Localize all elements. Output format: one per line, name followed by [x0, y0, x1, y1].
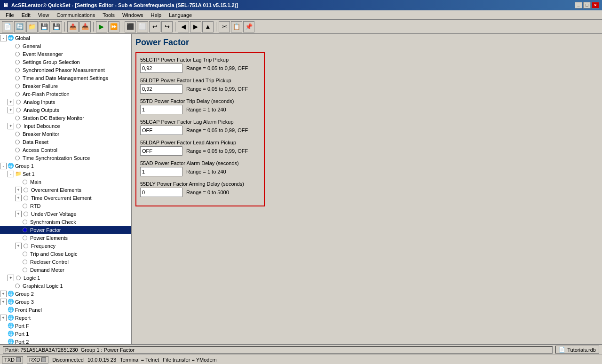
tree-item-graphical-logic1[interactable]: Graphical Logic 1 — [0, 282, 131, 290]
expand-set1[interactable]: - — [8, 171, 14, 177]
expand-frequency[interactable]: + — [15, 243, 22, 249]
page-title: Power Factor — [135, 38, 598, 47]
toolbar-export[interactable]: 📤 — [67, 21, 79, 32]
expand-report[interactable]: + — [0, 315, 7, 321]
expand-group1[interactable]: - — [0, 163, 7, 169]
tree-item-time-overcurrent[interactable]: + Time Overcurrent Element — [0, 194, 131, 202]
toolbar-green2[interactable]: ⏩ — [108, 21, 119, 32]
tree-item-settings-group[interactable]: Settings Group Selection — [0, 58, 131, 66]
tree-item-recloser-control[interactable]: Recloser Control — [0, 258, 131, 266]
tree-item-power-factor[interactable]: Power Factor — [0, 226, 131, 234]
tree-item-power-elements[interactable]: Power Elements — [0, 234, 131, 242]
tree-label-time-date: Time and Date Management Settings — [23, 75, 108, 81]
tree-item-analog-outputs[interactable]: + Analog Outputs — [0, 106, 131, 114]
circle-icon-analog-inputs — [15, 99, 22, 105]
menu-view[interactable]: View — [34, 11, 53, 19]
toolbar-undo[interactable]: ↩ — [149, 21, 160, 32]
close-button[interactable]: × — [592, 2, 599, 8]
tree-item-global[interactable]: - 🌐 Global — [0, 34, 131, 42]
tree-item-event-messenger[interactable]: Event Messenger — [0, 50, 131, 58]
setting-input-55td[interactable] — [140, 105, 182, 114]
expand-overcurrent[interactable]: + — [15, 187, 22, 193]
setting-input-55lgtp[interactable] — [140, 63, 182, 73]
tree-item-trip-close-logic[interactable]: Trip and Close Logic — [0, 250, 131, 258]
toolbar-copy[interactable]: 📋 — [231, 21, 242, 32]
expand-logic1[interactable]: + — [8, 275, 14, 281]
setting-input-55ldtp[interactable] — [140, 84, 182, 94]
expand-under-over-voltage[interactable]: + — [15, 211, 22, 217]
tree-item-rtd[interactable]: RTD — [0, 202, 131, 210]
setting-range-55ad: Range = 1 to 240 — [186, 169, 226, 174]
tree-panel[interactable]: - 🌐 Global General Event Messenger Setti… — [0, 34, 132, 344]
menu-communications[interactable]: Communications — [53, 11, 99, 19]
toolbar-save[interactable]: 💾 — [39, 21, 50, 32]
toolbar-black1[interactable]: ⬛ — [125, 21, 136, 32]
tree-item-frequency[interactable]: + Frequency — [0, 242, 131, 250]
expand-time-overcurrent[interactable]: + — [15, 195, 22, 201]
tree-item-data-reset[interactable]: Data Reset — [0, 138, 131, 146]
toolbar-new[interactable]: 📄 — [2, 21, 13, 32]
tree-item-breaker-monitor[interactable]: Breaker Monitor — [0, 130, 131, 138]
toolbar-black2[interactable]: ⬜ — [137, 21, 148, 32]
tree-item-report[interactable]: + 🌐 Report — [0, 314, 131, 322]
setting-input-55lgap[interactable] — [140, 126, 182, 135]
tree-item-group1[interactable]: - 🌐 Group 1 — [0, 162, 131, 170]
menu-tools[interactable]: Tools — [99, 11, 119, 19]
tree-item-front-panel[interactable]: + 🌐 Front Panel — [0, 306, 131, 314]
toolbar-paste[interactable]: 📌 — [243, 21, 254, 32]
expand-analog-inputs[interactable]: + — [8, 99, 14, 105]
tree-item-under-over-voltage[interactable]: + Under/Over Voltage — [0, 210, 131, 218]
tree-label-access-control: Access Control — [23, 147, 57, 153]
toolbar-up[interactable]: ▲ — [202, 21, 214, 32]
disconnected-text: Disconnected — [52, 357, 84, 363]
setting-input-55dly[interactable] — [140, 188, 182, 197]
toolbar-save2[interactable]: 💾 — [51, 21, 62, 32]
tree-item-arc-flash[interactable]: Arc-Flash Protection — [0, 90, 131, 98]
toolbar-redo[interactable]: ↪ — [161, 21, 173, 32]
tree-item-set1[interactable]: - 📁 Set 1 — [0, 170, 131, 178]
toolbar-refresh[interactable]: 🔄 — [14, 21, 25, 32]
toolbar-arrow-right[interactable]: ▶ — [190, 21, 201, 32]
expand-group3[interactable]: + — [0, 299, 7, 305]
globe-icon-global: 🌐 — [8, 35, 14, 41]
tree-item-access-control[interactable]: Access Control — [0, 146, 131, 154]
tree-item-time-date[interactable]: Time and Date Management Settings — [0, 74, 131, 82]
tree-item-phasor[interactable]: Synchronized Phasor Measurement — [0, 66, 131, 74]
menu-edit[interactable]: Edit — [18, 11, 34, 19]
toolbar-arrow-left[interactable]: ◀ — [178, 21, 189, 32]
setting-label-55lgap: 55LGAP Power Factor Lag Alarm Pickup — [140, 119, 260, 125]
tree-item-synchronism-check[interactable]: Synchronism Check — [0, 218, 131, 226]
tree-item-main[interactable]: Main — [0, 178, 131, 186]
tree-item-breaker-failure[interactable]: Breaker Failure — [0, 82, 131, 90]
tree-item-group3[interactable]: + 🌐 Group 3 — [0, 298, 131, 306]
expand-analog-outputs[interactable]: + — [8, 107, 14, 113]
tree-item-general[interactable]: General — [0, 42, 131, 50]
toolbar-open[interactable]: 📁 — [26, 21, 38, 32]
toolbar-import[interactable]: 📥 — [79, 21, 91, 32]
menu-windows[interactable]: Windows — [119, 11, 147, 19]
setting-input-55ad[interactable] — [140, 167, 182, 176]
tree-item-port-f[interactable]: + 🌐 Port F — [0, 322, 131, 330]
tree-item-time-sync[interactable]: Time Synchronization Source — [0, 154, 131, 162]
tree-item-logic1[interactable]: + Logic 1 — [0, 274, 131, 282]
expand-global[interactable]: - — [0, 35, 7, 41]
tree-item-port-1[interactable]: + 🌐 Port 1 — [0, 330, 131, 338]
restore-button[interactable]: □ — [583, 2, 591, 8]
toolbar-green1[interactable]: ▶ — [96, 21, 107, 32]
title-bar-buttons[interactable]: _ □ × — [575, 2, 599, 8]
tree-item-station-dc[interactable]: Station DC Battery Monitor — [0, 114, 131, 122]
tree-item-overcurrent[interactable]: + Overcurrent Elements — [0, 186, 131, 194]
tree-item-demand-meter[interactable]: Demand Meter — [0, 266, 131, 274]
tree-item-analog-inputs[interactable]: + Analog Inputs — [0, 98, 131, 106]
tree-item-input-debounce[interactable]: + Input Debounce — [0, 122, 131, 130]
minimize-button[interactable]: _ — [575, 2, 582, 8]
expand-input-debounce[interactable]: + — [8, 123, 14, 129]
toolbar-cut[interactable]: ✂ — [219, 21, 230, 32]
tree-item-port-2[interactable]: + 🌐 Port 2 — [0, 338, 131, 344]
menu-file[interactable]: File — [2, 11, 18, 19]
menu-help[interactable]: Help — [147, 11, 166, 19]
tree-item-group2[interactable]: + 🌐 Group 2 — [0, 290, 131, 298]
setting-input-55ldap[interactable] — [140, 146, 182, 156]
expand-group2[interactable]: + — [0, 291, 7, 297]
menu-language[interactable]: Language — [165, 11, 196, 19]
